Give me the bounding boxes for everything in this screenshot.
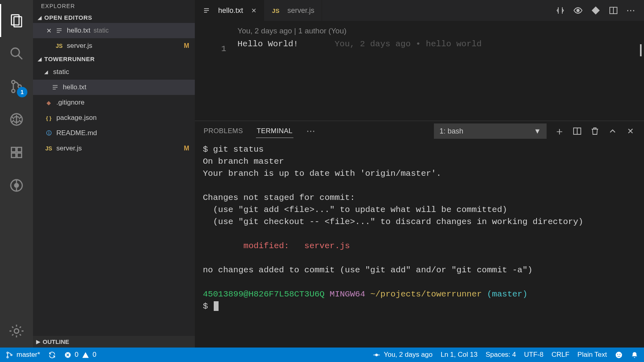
svg-line-3 [19, 56, 23, 60]
file-row[interactable]: JS server.js M [33, 141, 195, 156]
svg-point-35 [376, 354, 378, 356]
maximize-panel-icon[interactable] [608, 126, 617, 136]
file-row[interactable]: ⓘ README.md [33, 125, 195, 141]
svg-point-5 [12, 89, 15, 93]
chevron-down-icon: ◢ [36, 56, 43, 62]
js-file-icon: JS [271, 6, 280, 15]
kill-terminal-icon[interactable] [590, 126, 600, 136]
svg-point-38 [616, 352, 622, 358]
svg-point-4 [12, 80, 15, 84]
chevron-down-icon: ▼ [534, 127, 541, 136]
panel-tabs: PROBLEMS TERMINAL ⋯ 1: bash ▼ ＋ [195, 121, 644, 141]
status-spaces[interactable]: Spaces: 4 [485, 351, 516, 359]
close-panel-icon[interactable]: ✕ [625, 126, 635, 136]
sidebar-title: EXPLORER [33, 0, 195, 12]
svg-point-2 [11, 48, 20, 57]
tab-label: server.js [287, 6, 314, 15]
status-branch[interactable]: master* [6, 351, 40, 359]
activity-search[interactable] [0, 37, 33, 70]
status-problems[interactable]: 0 0 [64, 351, 97, 359]
open-editor-item[interactable]: ✕ hello.txt static [33, 23, 195, 38]
text-editor[interactable]: 1 You, 2 days ago | 1 author (You) Hello… [195, 21, 644, 121]
branch-label: master* [17, 351, 40, 359]
panel-tab-problems[interactable]: PROBLEMS [203, 125, 244, 138]
diff-icon[interactable] [591, 6, 601, 15]
activity-settings[interactable] [0, 315, 33, 348]
tab-server[interactable]: JS server.js [264, 0, 322, 21]
terminal-select[interactable]: 1: bash ▼ [434, 123, 547, 139]
svg-point-13 [14, 183, 19, 187]
activity-extensions[interactable] [0, 136, 33, 169]
svg-rect-11 [17, 153, 22, 158]
activity-gitlens[interactable] [0, 169, 33, 202]
status-sync[interactable] [48, 351, 56, 359]
text-file-icon [202, 6, 211, 15]
code-text: Hello World! [237, 39, 298, 49]
compare-icon[interactable] [555, 6, 565, 15]
status-bell-icon[interactable] [631, 351, 638, 359]
editor-toolbar: ⋯ [555, 0, 644, 21]
error-count: 0 [75, 351, 78, 359]
file-name: .gitignore [56, 99, 85, 107]
more-icon[interactable]: ⋯ [626, 6, 636, 15]
editor-group: hello.txt ✕ JS server.js [195, 0, 644, 348]
file-path-suffix: static [94, 27, 109, 34]
file-row[interactable]: ◆ .gitignore [33, 95, 195, 110]
open-editors-header[interactable]: ◢ OPEN EDITORS [33, 12, 195, 23]
open-editor-item[interactable]: ✕ JS server.js M [33, 38, 195, 53]
svg-point-40 [619, 354, 620, 354]
warning-count: 0 [93, 351, 96, 359]
outline-label: OUTLINE [43, 338, 69, 345]
code-area[interactable]: You, 2 days ago | 1 author (You) Hello W… [237, 21, 644, 121]
tab-hello[interactable]: hello.txt ✕ [195, 0, 264, 21]
svg-point-31 [7, 352, 8, 353]
outline-header[interactable]: ▶ OUTLINE [33, 336, 195, 348]
panel-tab-terminal[interactable]: TERMINAL [256, 125, 293, 138]
status-blame[interactable]: You, 2 days ago [373, 351, 432, 359]
json-file-icon: { } [44, 113, 53, 122]
file-name: server.js [56, 144, 82, 152]
svg-point-26 [577, 9, 579, 12]
terminal-output[interactable]: $ git status On branch master Your branc… [195, 141, 644, 348]
inline-blame: You, 2 days ago • hello world [334, 39, 481, 49]
more-icon[interactable]: ⋯ [305, 123, 316, 139]
activity-explorer[interactable] [0, 4, 33, 37]
file-name: README.md [56, 129, 97, 137]
terminal-select-label: 1: bash [440, 127, 463, 136]
split-editor-icon[interactable] [609, 6, 618, 15]
activity-scm[interactable]: 1 [0, 70, 33, 103]
file-name: hello.txt [63, 83, 87, 91]
gutter: 1 [195, 21, 237, 121]
modified-indicator: M [184, 145, 189, 152]
status-language[interactable]: Plain Text [578, 351, 607, 359]
eye-icon[interactable] [573, 6, 583, 15]
close-icon[interactable]: ✕ [44, 27, 53, 35]
workspace-label: TOWERRUNNER [44, 56, 95, 62]
explorer-sidebar: EXPLORER ◢ OPEN EDITORS ✕ hello.txt stat… [33, 0, 195, 348]
status-feedback-icon[interactable] [615, 351, 623, 359]
modified-indicator: M [184, 42, 189, 49]
activity-debug[interactable] [0, 103, 33, 136]
status-bar: master* 0 0 You, 2 days ago Ln 1, Col 13… [0, 348, 644, 362]
new-terminal-icon[interactable]: ＋ [555, 126, 564, 136]
folder-row[interactable]: ◢ static [33, 64, 195, 80]
status-eol[interactable]: CRLF [551, 351, 569, 359]
chevron-down-icon: ◢ [36, 15, 43, 21]
svg-point-33 [11, 354, 12, 355]
workspace-header[interactable]: ◢ TOWERRUNNER [33, 53, 195, 64]
status-encoding[interactable]: UTF-8 [524, 351, 543, 359]
status-blame-label: You, 2 days ago [384, 351, 432, 359]
svg-point-39 [617, 354, 618, 354]
file-row[interactable]: hello.txt [33, 80, 195, 95]
split-terminal-icon[interactable] [572, 126, 582, 136]
open-editors-label: OPEN EDITORS [44, 14, 92, 21]
editor-scrollbar[interactable] [638, 21, 644, 121]
status-cursor[interactable]: Ln 1, Col 13 [441, 351, 478, 359]
terminal-cursor [214, 301, 219, 311]
line-number: 1 [195, 44, 226, 53]
close-icon[interactable]: ✕ [251, 7, 256, 14]
file-row[interactable]: { } package.json [33, 110, 195, 125]
codelens-blame[interactable]: You, 2 days ago | 1 author (You) [237, 27, 644, 35]
text-file-icon [51, 83, 60, 92]
svg-point-32 [7, 356, 8, 358]
